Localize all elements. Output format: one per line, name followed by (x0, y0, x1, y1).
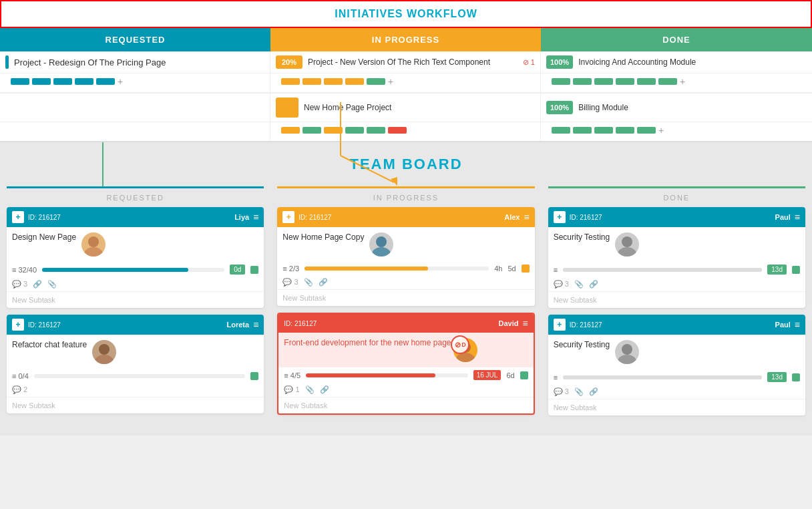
task-card-david: ID: 216127 David ≡ Front-end development… (277, 313, 534, 415)
color-bars-row-1: + + + (0, 73, 812, 94)
initiatives-row-2: New Home Page Project 100% Billing Modul… (0, 94, 812, 122)
task-stats-alex: ≡ 2/3 4h 5d (277, 262, 534, 275)
green-vertical-line (102, 142, 104, 186)
initiatives-row-1: Project - Redesign Of The Pricing Page 2… (0, 51, 812, 73)
task-menu-paul-2[interactable]: ≡ (795, 319, 800, 330)
progress-fill-liya (42, 268, 188, 272)
task-content-alex: New Home Page Copy (282, 232, 529, 257)
task-id-liya: ID: 216127 (28, 214, 230, 221)
requested-header: REQUESTED (0, 28, 270, 51)
initiatives-workflow-header: INITIATIVES WORKFLOW (0, 0, 812, 28)
time-paul-2: 13d (767, 372, 787, 382)
task-header-david: ID: 216127 David ≡ (278, 314, 533, 333)
initiatives-column-headers: REQUESTED IN PROGRESS DONE (0, 28, 812, 51)
requested-empty (0, 94, 270, 122)
bar-g2-1 (302, 127, 321, 134)
link-paul-1: 🔗 (589, 280, 598, 289)
bar-orange-2 (302, 78, 321, 85)
green-dot-david (520, 371, 528, 379)
bar-blue-1 (11, 78, 29, 85)
add-icon-liya[interactable]: + (12, 211, 24, 223)
green-dot-paul-2 (792, 373, 800, 381)
attach-paul-2: 📎 (574, 387, 584, 396)
task-menu-liya[interactable]: ≡ (253, 212, 258, 222)
new-subtask-alex[interactable]: New Subtask (277, 289, 534, 306)
add-icon-loreta[interactable]: + (12, 319, 24, 331)
bars-plus-3[interactable]: + (680, 76, 685, 87)
bars-plus-1[interactable]: + (118, 76, 123, 87)
add-icon-paul-2[interactable]: + (554, 319, 566, 331)
task-menu-alex[interactable]: ≡ (524, 212, 529, 222)
task-id-alex: ID: 216127 (298, 214, 500, 221)
done-bars-2: + (541, 122, 812, 141)
new-subtask-loreta[interactable]: New Subtask (7, 397, 264, 413)
task-body-paul-2: Security Testing (548, 335, 805, 369)
team-done-header: DONE (548, 186, 805, 207)
task-menu-david[interactable]: ≡ (522, 318, 528, 329)
progress-text-paul-2: ≡ (554, 373, 558, 381)
bar-r2-1 (388, 127, 407, 134)
new-subtask-paul-2[interactable]: New Subtask (548, 399, 805, 415)
progress-fill-paul-2 (563, 375, 762, 379)
task-meta-liya: 💬 3 🔗 📎 (7, 277, 264, 291)
bars-plus-2[interactable]: + (388, 76, 393, 87)
orange-dot-alex (522, 265, 530, 273)
add-icon-paul-1[interactable]: + (554, 211, 566, 223)
comments-david: 💬 1 (284, 385, 299, 394)
link-david: 🔗 (320, 385, 329, 394)
bar-orange-4 (345, 78, 364, 85)
new-subtask-david[interactable]: New Subtask (278, 397, 533, 413)
done-bars-1: + (541, 73, 812, 92)
task-title-loreta: Refactor chat feature (12, 340, 87, 349)
task-header-loreta: + ID: 216127 Loreta ≡ (7, 315, 264, 335)
inprogress-initiative-1: 20% Project - New Version Of The Rich Te… (270, 51, 541, 73)
team-inprogress-header: IN PROGRESS (277, 186, 534, 207)
svg-point-11 (622, 236, 632, 247)
bar-g2-3 (367, 127, 385, 134)
error-badge-1: ⊘ 1 (523, 58, 535, 67)
svg-point-3 (88, 236, 99, 247)
avatar-paul-2 (615, 340, 639, 364)
add-icon-alex[interactable]: + (282, 211, 294, 223)
bar-gd2-1 (552, 127, 570, 134)
bars-plus-4[interactable]: + (658, 125, 664, 136)
link-icon-liya: 🔗 (33, 280, 42, 289)
task-body-loreta: Refactor chat feature (7, 335, 264, 369)
svg-point-12 (618, 247, 636, 257)
done-title-2: Billing Module (573, 103, 807, 112)
time-b-alex: 5d (508, 265, 516, 273)
new-subtask-paul-1[interactable]: New Subtask (548, 291, 805, 308)
task-title-david: Front-end development for the new home p… (284, 338, 451, 347)
inprogress-header: IN PROGRESS (270, 28, 541, 51)
comments-alex: 💬 3 (282, 278, 298, 287)
link-alex: 🔗 (319, 278, 328, 287)
task-title-alex: New Home Page Copy (282, 232, 364, 242)
progress-fill-paul-1 (563, 268, 762, 272)
progress-bar-liya (42, 268, 224, 272)
bar-blue-2 (32, 78, 51, 85)
time-david: 6d (506, 371, 514, 379)
progress-bar-paul-2 (563, 375, 762, 379)
done-title-1: Invoicing And Accounting Module (573, 57, 807, 67)
comments-loreta: 💬 2 (12, 385, 27, 394)
task-menu-loreta[interactable]: ≡ (253, 319, 258, 330)
initiative-title-1: Project - Redesign Of The Pricing Page (14, 57, 264, 67)
task-content-paul-2: Security Testing (554, 340, 800, 364)
done-initiative-2: 100% Billing Module (541, 94, 812, 122)
progress-text-loreta: ≡ 0/4 (12, 372, 29, 380)
task-title-paul-2: Security Testing (554, 340, 610, 349)
new-subtask-liya[interactable]: New Subtask (7, 291, 264, 308)
attach-icon-liya: 📎 (47, 280, 57, 289)
task-header-alex: + ID: 216127 Alex ≡ (277, 207, 534, 227)
task-meta-paul-2: 💬 3 📎 🔗 (548, 385, 805, 399)
task-menu-paul-1[interactable]: ≡ (795, 212, 800, 222)
task-user-david: David (499, 319, 519, 327)
task-content-liya: Design New Page (12, 232, 258, 257)
bar-g2-2 (345, 127, 364, 134)
task-stats-paul-2: ≡ 13d (548, 369, 805, 385)
task-card-alex: + ID: 216127 Alex ≡ New Home Page Copy (277, 207, 534, 306)
time-liya: 0d (230, 265, 245, 275)
bar-green-d2 (573, 78, 592, 85)
svg-point-5 (99, 344, 110, 355)
bar-o2-1 (281, 127, 300, 134)
